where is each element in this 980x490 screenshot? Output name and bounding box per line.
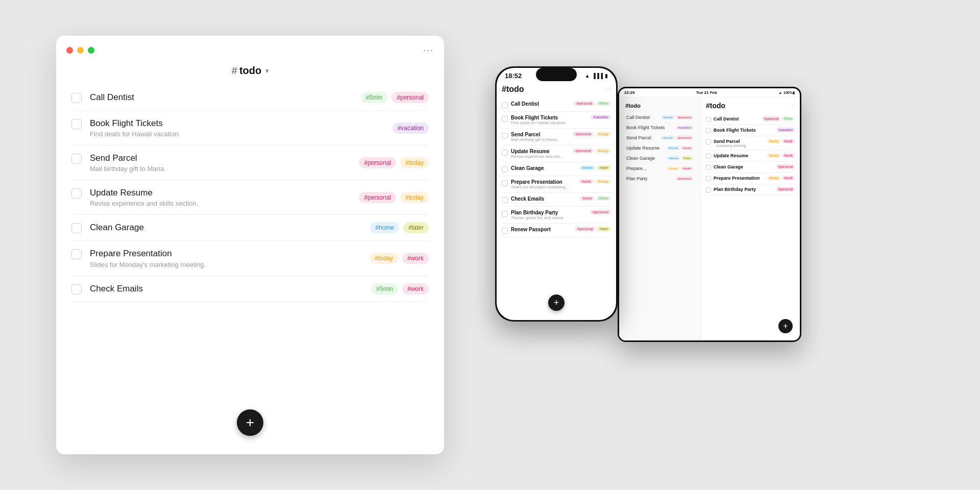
tag-vacation[interactable]: #vacation	[393, 122, 429, 134]
tag-5min[interactable]: #5min	[361, 92, 388, 103]
phone-task-checkbox[interactable]	[502, 133, 508, 139]
phone-task-checkbox[interactable]	[502, 211, 508, 217]
tablet-sidebar-tag[interactable]: #vacation	[676, 126, 693, 130]
tablet-tag[interactable]: #today	[767, 153, 781, 158]
task-checkbox[interactable]	[71, 284, 82, 295]
tablet-task-checkbox[interactable]	[706, 187, 711, 192]
close-button[interactable]	[66, 47, 73, 54]
tablet-sidebar-item[interactable]: Call Dentist#home#personal	[623, 113, 696, 122]
tablet-sidebar-tag[interactable]: #home	[661, 115, 674, 119]
tablet-task-checkbox[interactable]	[706, 165, 711, 170]
tablet-sidebar-tag[interactable]: #later	[681, 156, 693, 160]
phone-task-checkbox[interactable]	[502, 116, 508, 122]
phone-task-checkbox[interactable]	[502, 180, 508, 186]
phone-menu-icon[interactable]: ···	[607, 87, 611, 92]
task-checkbox[interactable]	[71, 249, 82, 259]
phone-tag[interactable]: #work	[579, 179, 594, 184]
tablet-sidebar-item[interactable]: Send Parcel#home#personal	[623, 133, 696, 142]
title-chevron-icon[interactable]: ▾	[265, 67, 268, 75]
phone-task-checkbox[interactable]	[502, 102, 508, 108]
tablet-tag[interactable]: #vacation	[776, 128, 795, 132]
task-checkbox[interactable]	[71, 154, 82, 164]
tablet-sidebar-tag[interactable]: #work	[681, 146, 693, 150]
tablet-task-text: Plan Birthday Party	[714, 187, 756, 192]
add-task-button[interactable]: +	[237, 409, 263, 436]
phone-tag[interactable]: #later	[597, 165, 611, 170]
tablet-sidebar-item[interactable]: Clean Garage#home#later	[623, 154, 696, 163]
phone-add-button[interactable]: +	[548, 295, 565, 311]
tablet-task-left: Call Dentist	[706, 116, 739, 122]
tablet-sidebar-tag[interactable]: #home	[667, 146, 680, 150]
tablet-add-button[interactable]: +	[778, 319, 793, 333]
tag-today[interactable]: #today	[400, 157, 429, 168]
tablet-task-checkbox[interactable]	[706, 176, 711, 181]
tablet-sidebar-tag[interactable]: #personal	[676, 136, 693, 140]
task-checkbox[interactable]	[71, 223, 82, 233]
tablet-task-left: Clean Garage	[706, 164, 743, 170]
tablet-sidebar-item[interactable]: Prepare...#today#work	[623, 164, 696, 173]
minimize-button[interactable]	[77, 47, 84, 54]
tablet-task-checkbox[interactable]	[706, 154, 711, 159]
tablet-tag[interactable]: #5min	[781, 116, 795, 121]
phone-tag[interactable]: #today	[595, 149, 611, 153]
tablet-tag[interactable]: #work	[782, 176, 795, 180]
task-content: Update ResumeRevise experience and skill…	[90, 187, 198, 207]
phone-tag[interactable]: #5min	[596, 196, 611, 201]
tag-5min[interactable]: #5min	[371, 283, 398, 295]
tablet-tag[interactable]: #personal	[762, 116, 781, 121]
phone-tag[interactable]: #today	[595, 179, 611, 184]
tablet-sidebar-tag[interactable]: #work	[681, 166, 693, 170]
tag-work[interactable]: #work	[402, 253, 429, 264]
tag-today[interactable]: #today	[400, 192, 429, 203]
phone-tag[interactable]: #today	[595, 132, 611, 136]
phone-task-checkbox[interactable]	[502, 197, 508, 203]
tag-later[interactable]: #later	[403, 222, 429, 233]
phone-tag[interactable]: #vacation	[591, 115, 611, 119]
task-checkbox[interactable]	[71, 119, 82, 129]
tablet-tag[interactable]: #personal	[776, 187, 795, 191]
phone-tag[interactable]: #personal	[574, 101, 595, 106]
tablet-menu-icon[interactable]: ···	[791, 104, 795, 108]
phone-task-checkbox[interactable]	[502, 166, 508, 173]
tablet-tag[interactable]: #today	[767, 139, 781, 143]
tag-work[interactable]: #work	[402, 283, 429, 295]
tag-personal[interactable]: #personal	[391, 92, 429, 103]
tablet-task-checkbox[interactable]	[706, 139, 711, 144]
phone-screen: 18:52 ▲ ▐▐▐ ▮ #todo ··· Call Dentist#per…	[497, 68, 616, 320]
tablet-tag[interactable]: #personal	[776, 164, 795, 169]
tag-personal[interactable]: #personal	[359, 157, 396, 168]
phone-tag[interactable]: #later	[597, 227, 611, 231]
maximize-button[interactable]	[88, 47, 94, 54]
tag-personal[interactable]: #personal	[359, 192, 396, 203]
tablet-sidebar-tag[interactable]: #personal	[676, 115, 693, 119]
phone-task-checkbox[interactable]	[502, 150, 508, 156]
tablet-sidebar-item[interactable]: Plan Party#personal	[623, 174, 696, 183]
tablet-sidebar-tag[interactable]: #home	[661, 136, 674, 140]
task-tags: #today#work	[370, 253, 429, 264]
tag-today[interactable]: #today	[370, 253, 398, 264]
tablet-sidebar-tag[interactable]: #today	[667, 166, 680, 170]
phone-task-checkbox[interactable]	[502, 228, 508, 234]
phone-tag[interactable]: #home	[579, 165, 595, 170]
phone-tag[interactable]: #personal	[573, 149, 594, 153]
tag-home[interactable]: #home	[370, 222, 399, 233]
tablet-sidebar-tag[interactable]: #personal	[676, 177, 693, 181]
task-checkbox[interactable]	[71, 93, 82, 103]
window-menu-icon[interactable]: ···	[423, 45, 434, 56]
phone-tag[interactable]: #personal	[575, 227, 596, 231]
tablet-sidebar-item[interactable]: Book Flight Tickets#vacation	[623, 123, 696, 132]
tablet-tag[interactable]: #today	[767, 176, 781, 180]
tablet-sidebar-item[interactable]: Update Resume#home#work	[623, 143, 696, 153]
phone-task-name: Update Resume	[511, 149, 563, 154]
phone-tag[interactable]: #5min	[596, 101, 611, 106]
tablet-tag[interactable]: #work	[782, 139, 795, 143]
tablet-tag[interactable]: #work	[782, 153, 795, 158]
phone-tag[interactable]: #personal	[573, 132, 594, 136]
task-checkbox[interactable]	[71, 188, 82, 199]
phone-tag[interactable]: #personal	[590, 210, 611, 214]
tablet-task-checkbox[interactable]	[706, 128, 711, 133]
phone-tag[interactable]: #work	[580, 196, 595, 201]
window-title[interactable]: #todo ▾	[232, 65, 268, 77]
tablet-sidebar-tag[interactable]: #home	[667, 156, 680, 160]
tablet-task-checkbox[interactable]	[706, 117, 711, 122]
